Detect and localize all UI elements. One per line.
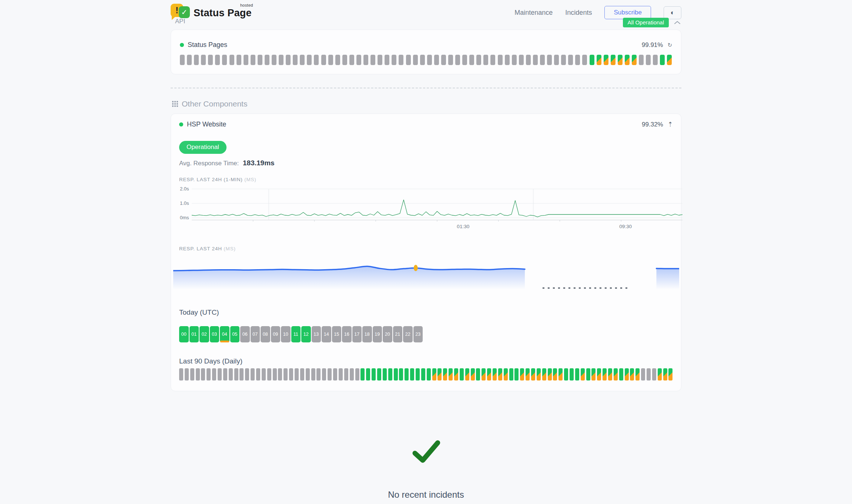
uptime-bar: [591, 368, 596, 380]
uptime-bar: [413, 55, 418, 65]
uptime-bar: [441, 55, 446, 65]
nav-maintenance[interactable]: Maintenance: [514, 9, 553, 17]
component-name: Status Pages: [188, 41, 227, 49]
hour-cell: 09: [271, 326, 281, 342]
api-component-card: Status Pages 99.91% ↻: [171, 30, 681, 74]
uptime-bar: [471, 368, 475, 380]
uptime-bar: [239, 368, 244, 380]
uptime-bar: [196, 368, 200, 380]
uptime-bar: [635, 368, 640, 380]
chevron-up-icon[interactable]: [674, 21, 681, 24]
uptime-bar: [328, 55, 333, 65]
hour-cell: 14: [322, 326, 331, 342]
contrast-icon: ◐: [671, 9, 675, 16]
uptime-bar: [476, 55, 481, 65]
hour-cell: 17: [352, 326, 362, 342]
uptime-bar: [394, 368, 398, 380]
overall-status-group: All Operational: [623, 18, 681, 27]
refresh-icon[interactable]: ↻: [667, 42, 672, 48]
uptime-bar: [641, 368, 645, 380]
uptime-bar: [262, 368, 266, 380]
main-nav: Maintenance Incidents Subscribe ◐: [514, 6, 681, 19]
avg-response-row: Avg. Response Time: 183.19ms: [179, 159, 673, 167]
hour-cell: 06: [240, 326, 250, 342]
no-incidents-title: No recent incidents: [171, 490, 681, 500]
today-hour-blocks: 0001020304050607080910111213141516171819…: [179, 326, 673, 342]
uptime-bar: [553, 368, 557, 380]
uptime-bar: [349, 55, 354, 65]
uptime-bar: [388, 368, 392, 380]
uptime-bar: [405, 368, 409, 380]
dashed-up-arrow-icon[interactable]: ⇡: [668, 121, 673, 128]
uptime-bar: [378, 55, 382, 65]
header: ! ✓ Status Page hosted Maintenance Incid…: [171, 0, 681, 20]
uptime-bar: [548, 368, 552, 380]
subscribe-button[interactable]: Subscribe: [604, 6, 651, 19]
uptime-bar: [286, 55, 291, 65]
hour-cell: 12: [301, 326, 311, 342]
uptime-bar: [212, 368, 216, 380]
uptime-bar: [514, 368, 519, 380]
nav-incidents[interactable]: Incidents: [565, 9, 592, 17]
uptime-bar: [333, 368, 337, 380]
uptime-bar: [597, 368, 601, 380]
uptime-bar: [575, 55, 580, 65]
uptime-bar: [498, 55, 503, 65]
uptime-bar: [366, 368, 370, 380]
uptime-bar: [344, 368, 348, 380]
uptime-bar: [660, 55, 665, 65]
uptime-bar: [619, 368, 623, 380]
today-heading: Today (UTC): [179, 308, 673, 317]
uptime-bar: [265, 55, 269, 65]
uptime-percent: 99.32%: [642, 121, 663, 128]
uptime-bar: [311, 368, 315, 380]
uptime-bar: [245, 368, 249, 380]
app-title: Status Page hosted: [194, 7, 252, 19]
uptime-bar: [244, 55, 248, 65]
x-axis-label: 01:30: [457, 224, 469, 229]
uptime-bar: [272, 55, 276, 65]
uptime-bar: [667, 55, 672, 65]
uptime-bar: [632, 55, 637, 65]
hour-cell: 13: [312, 326, 321, 342]
uptime-bar: [443, 368, 447, 380]
uptime-bar: [493, 368, 497, 380]
uptime-bar: [399, 55, 403, 65]
uptime-bar: [597, 55, 601, 65]
uptime-bar: [229, 368, 233, 380]
uptime-bar: [625, 368, 629, 380]
uptime-bar: [223, 368, 227, 380]
status-dot: [179, 122, 183, 126]
uptime-bar: [454, 368, 458, 380]
uptime-bar: [306, 368, 310, 380]
response-time-area-chart: [173, 254, 678, 291]
other-components-header: Other Components: [171, 99, 681, 108]
hour-cell: 05: [230, 326, 240, 342]
uptime-bar: [568, 55, 573, 65]
uptime-bar: [498, 368, 502, 380]
hour-cell: 21: [393, 326, 403, 342]
uptime-bar: [190, 368, 194, 380]
uptime-bar: [406, 55, 411, 65]
uptime-bar: [647, 368, 651, 380]
uptime-bar: [410, 368, 414, 380]
uptime-bar: [273, 368, 277, 380]
hour-cell: 15: [332, 326, 342, 342]
uptime-bar: [293, 55, 298, 65]
uptime-bar: [356, 55, 361, 65]
uptime-bar: [482, 368, 486, 380]
hour-cell: 04: [220, 326, 229, 342]
uptime-bar: [582, 55, 587, 65]
uptime-bar: [416, 368, 420, 380]
uptime-bar: [180, 55, 185, 65]
uptime-bar: [279, 55, 284, 65]
uptime-bar: [237, 55, 241, 65]
uptime-bar: [434, 55, 439, 65]
overall-status-badge[interactable]: All Operational: [623, 18, 669, 27]
uptime-bar: [335, 55, 340, 65]
hour-cell: 11: [291, 326, 301, 342]
theme-toggle-button[interactable]: ◐: [664, 6, 681, 19]
section-title-api: API: [171, 18, 185, 25]
uptime-bar: [570, 368, 574, 380]
uptime-bar: [201, 368, 205, 380]
